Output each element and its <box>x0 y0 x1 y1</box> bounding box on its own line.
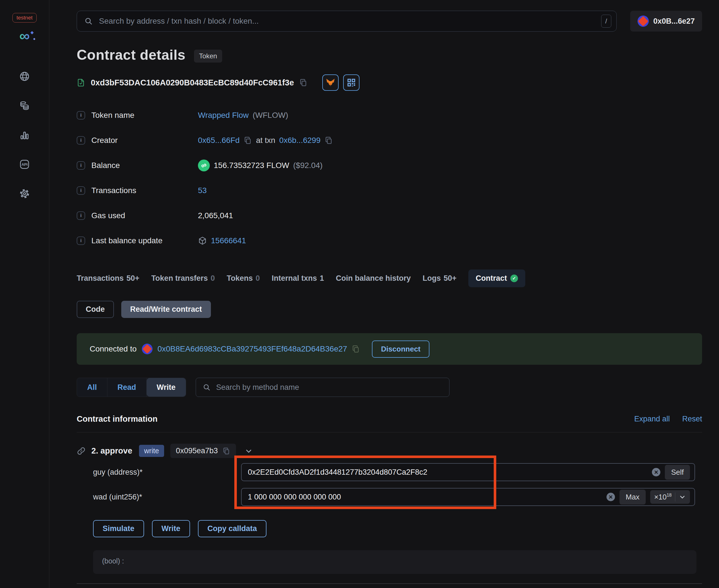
copy-calldata-button[interactable]: Copy calldata <box>198 520 267 537</box>
search-shortcut-key: / <box>601 15 611 28</box>
tab-tokens[interactable]: Tokens0 <box>227 274 260 283</box>
balance-amount: 156.73532723 FLOW <box>214 161 289 170</box>
info-row-last-balance-update: i Last balance update 15666641 <box>77 228 702 253</box>
method-search-input[interactable] <box>216 383 443 392</box>
info-row-creator: i Creator 0x65...66Fd at txn 0x6b...6299 <box>77 128 702 153</box>
expand-all-link[interactable]: Expand all <box>634 415 670 423</box>
output-result: (bool) : <box>102 557 124 565</box>
divider <box>675 492 675 502</box>
coins-icon <box>19 100 30 111</box>
divider <box>77 432 702 433</box>
tab-transactions[interactable]: Transactions50+ <box>77 274 139 283</box>
guy-input-wrap: ✕ Self <box>241 463 695 481</box>
connected-banner: Connected to 0x0B8EA6d6983cCBa39275493FE… <box>77 333 702 365</box>
contract-subtabs: Code Read/Write contract <box>77 301 702 318</box>
guy-address-input[interactable] <box>247 468 648 477</box>
subtab-read-write-contract[interactable]: Read/Write contract <box>121 301 211 318</box>
token-name-link[interactable]: Wrapped Flow <box>198 111 249 120</box>
globe-icon <box>19 71 30 82</box>
info-icon: i <box>77 136 85 145</box>
sidebar-item-tokens[interactable] <box>19 100 30 111</box>
connected-prefix: Connected to <box>90 344 137 354</box>
tab-logs[interactable]: Logs50+ <box>423 274 456 283</box>
creator-address-link[interactable]: 0x65...66Fd <box>198 136 240 145</box>
search-icon <box>84 17 93 25</box>
creation-txn-link[interactable]: 0x6b...6299 <box>279 136 320 145</box>
chevron-down-icon <box>679 493 686 501</box>
add-to-metamask-button[interactable] <box>322 75 338 91</box>
clear-wad-icon[interactable]: ✕ <box>607 493 615 501</box>
creator-separator: at txn <box>256 136 275 145</box>
copy-creator-button[interactable] <box>244 136 252 145</box>
self-button[interactable]: Self <box>665 465 690 480</box>
contract-address: 0xd3bF53DAC106A0290B0483EcBC89d40FcC961f… <box>91 78 294 87</box>
token-symbol: (WFLOW) <box>253 111 288 120</box>
metamask-fox-icon <box>325 78 335 88</box>
sidebar-nav: API <box>19 71 30 199</box>
copy-connected-address-button[interactable] <box>352 345 360 353</box>
copy-icon <box>352 345 360 353</box>
contract-address-row: 0xd3bF53DAC106A0290B0483EcBC89d40FcC961f… <box>77 75 702 91</box>
copy-txn-button[interactable] <box>325 136 333 145</box>
wallet-button[interactable]: 0x0B...6e27 <box>630 11 702 31</box>
sidebar: testnet ∞ ◆ ◆ <box>0 0 49 588</box>
info-row-token-name: i Token name Wrapped Flow (WFLOW) <box>77 103 702 128</box>
clear-guy-icon[interactable]: ✕ <box>652 468 660 476</box>
simulate-button[interactable]: Simulate <box>93 520 144 537</box>
disconnect-button[interactable]: Disconnect <box>372 340 429 358</box>
method-filter-segmented: All Read Write <box>77 378 186 397</box>
method-actions: Simulate Write Copy calldata <box>77 520 702 537</box>
filter-all[interactable]: All <box>77 378 107 397</box>
sidebar-item-settings[interactable] <box>19 188 30 199</box>
tab-coin-balance-history[interactable]: Coin balance history <box>336 274 411 283</box>
filter-write[interactable]: Write <box>147 378 186 397</box>
multiplier-base: ×1018 <box>654 493 672 502</box>
search-input[interactable] <box>98 16 596 26</box>
app-logo[interactable]: ∞ ◆ ◆ <box>19 28 29 44</box>
qr-code-button[interactable] <box>343 75 360 91</box>
sidebar-item-api[interactable]: API <box>19 159 30 170</box>
search-icon <box>203 383 211 391</box>
filter-read[interactable]: Read <box>107 378 147 397</box>
tabs-row: Transactions50+ Token transfers0 Tokens0… <box>77 270 702 287</box>
guy-field-label: guy (address)* <box>93 468 241 477</box>
last-balance-block-link[interactable]: 15666641 <box>211 236 246 245</box>
form-row-wad: wad (uint256)* ✕ Max ×1018 <box>93 488 702 506</box>
verified-contract-icon <box>77 78 85 87</box>
connected-avatar <box>142 343 152 354</box>
contract-info-grid: i Token name Wrapped Flow (WFLOW) i Crea… <box>77 103 702 253</box>
multiplier-dropdown[interactable]: ×1018 <box>650 490 690 504</box>
tab-contract[interactable]: Contract ✓ <box>468 270 525 287</box>
block-cube-icon <box>198 236 207 245</box>
sidebar-item-blockchain[interactable] <box>19 71 30 82</box>
chevron-down-icon <box>244 447 253 455</box>
heading-row: Contract details Token <box>77 47 702 63</box>
tab-token-transfers[interactable]: Token transfers0 <box>151 274 215 283</box>
reset-link[interactable]: Reset <box>682 415 702 423</box>
info-icon: i <box>77 161 85 170</box>
tab-internal-txns[interactable]: Internal txns1 <box>272 274 324 283</box>
wad-amount-input[interactable] <box>247 492 602 502</box>
gear-icon <box>19 188 30 199</box>
copy-selector-button[interactable] <box>223 447 230 455</box>
info-icon: i <box>77 236 85 245</box>
write-button[interactable]: Write <box>152 520 190 537</box>
max-button[interactable]: Max <box>619 490 646 505</box>
method-search[interactable] <box>196 378 449 397</box>
copy-icon <box>223 447 230 455</box>
global-search[interactable]: / <box>77 11 617 31</box>
sidebar-item-charts[interactable] <box>19 130 30 140</box>
logo-diamond-small-icon: ◆ <box>33 37 36 40</box>
transactions-count-link[interactable]: 53 <box>198 186 207 195</box>
wad-input-wrap: ✕ Max ×1018 <box>241 488 695 506</box>
method-approve-row: 2. approve write 0x095ea7b3 <box>77 444 702 458</box>
contract-information-header: Contract information Expand all Reset <box>77 414 702 424</box>
collapse-method-button[interactable] <box>244 447 253 455</box>
main-content: / 0x0B...6e27 Contract details Token 0xd… <box>49 0 719 588</box>
method-selector: 0x095ea7b3 <box>176 446 218 455</box>
method-name: 2. approve <box>91 446 132 456</box>
subtab-code[interactable]: Code <box>77 301 114 318</box>
info-row-balance: i Balance ∞ 156.73532723 FLOW ($92.04) <box>77 153 702 178</box>
connected-address-link[interactable]: 0x0B8EA6d6983cCBa39275493FEf648a2D64B36e… <box>158 344 347 354</box>
copy-address-button[interactable] <box>299 78 308 87</box>
